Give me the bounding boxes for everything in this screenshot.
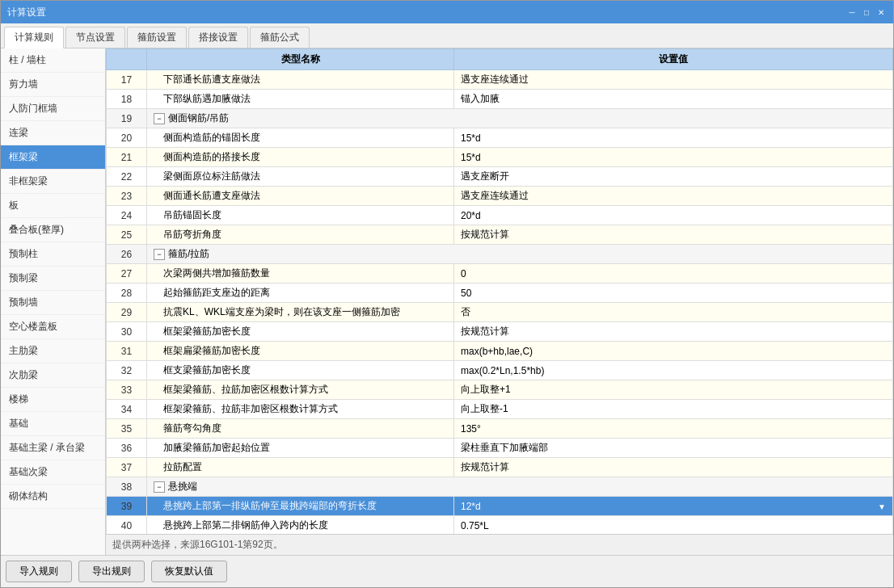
export-button[interactable]: 导出规则 bbox=[78, 561, 145, 582]
group-toggle[interactable]: － bbox=[154, 481, 165, 493]
cell-value: 梁柱垂直下加腋端部 bbox=[454, 439, 893, 458]
sidebar-item-non-frame-beam[interactable]: 非框架梁 bbox=[1, 170, 105, 194]
cell-label: 悬挑跨上部第二排钢筋伸入跨内的长度 bbox=[147, 516, 454, 535]
sidebar-item-beam[interactable]: 连梁 bbox=[1, 121, 105, 145]
table-row[interactable]: 26－箍筋/拉筋 bbox=[107, 245, 893, 264]
cell-value: 按规范计算 bbox=[454, 225, 893, 245]
table-row[interactable]: 31框架扁梁箍筋加密长度max(b+hb,lae,C) bbox=[107, 342, 893, 361]
content-area: 柱 / 墙柱 剪力墙 人防门框墙 连梁 框架梁 非框架梁 板 叠合板(整厚) 预… bbox=[1, 48, 893, 555]
cell-value: 遇支座连续通过 bbox=[454, 70, 893, 90]
cell-label: 吊筋弯折角度 bbox=[147, 225, 454, 245]
table-row[interactable]: 22梁侧面原位标注筋做法遇支座断开 bbox=[107, 167, 893, 187]
cell-label: 框架梁箍筋、拉筋加密区根数计算方式 bbox=[147, 380, 454, 400]
table-row[interactable]: 37拉筋配置按规范计算 bbox=[107, 458, 893, 477]
group-toggle[interactable]: － bbox=[154, 113, 165, 124]
settings-table: 类型名称 设置值 17下部通长筋遭支座做法遇支座连续通过18下部纵筋遇加腋做法锚… bbox=[106, 48, 893, 534]
cell-label: 拉筋配置 bbox=[147, 458, 454, 477]
sidebar-item-main-rib[interactable]: 主肋梁 bbox=[1, 339, 105, 363]
col-header-name: 类型名称 bbox=[147, 49, 454, 70]
cell-value: max(b+hb,lae,C) bbox=[454, 342, 893, 361]
table-row[interactable]: 38－悬挑端 bbox=[107, 477, 893, 497]
table-row[interactable]: 35箍筋弯勾角度135° bbox=[107, 419, 893, 439]
cell-value: 20*d bbox=[454, 206, 893, 225]
cell-value: 遇支座断开 bbox=[454, 167, 893, 187]
table-row[interactable]: 32框支梁箍筋加密长度max(0.2*Ln,1.5*hb) bbox=[107, 361, 893, 380]
col-header-value: 设置值 bbox=[454, 49, 893, 70]
table-row[interactable]: 24吊筋锚固长度20*d bbox=[107, 206, 893, 225]
table-row[interactable]: 34框架梁箍筋、拉筋非加密区根数计算方式向上取整-1 bbox=[107, 400, 893, 419]
restore-button[interactable]: 恢复默认值 bbox=[151, 561, 227, 582]
table-row[interactable]: 28起始箍筋距支座边的距离50 bbox=[107, 284, 893, 303]
cell-value: 向上取整+1 bbox=[454, 380, 893, 400]
table-row[interactable]: 17下部通长筋遭支座做法遇支座连续通过 bbox=[107, 70, 893, 90]
cell-value: max(0.2*Ln,1.5*hb) bbox=[454, 361, 893, 380]
main-panel: 类型名称 设置值 17下部通长筋遭支座做法遇支座连续通过18下部纵筋遇加腋做法锚… bbox=[106, 48, 893, 555]
tab-stirrup-settings[interactable]: 箍筋设置 bbox=[127, 27, 187, 48]
tab-calc-rules[interactable]: 计算规则 bbox=[4, 27, 64, 48]
sidebar-item-composite-slab[interactable]: 叠合板(整厚) bbox=[1, 218, 105, 242]
sidebar-item-civil-defense[interactable]: 人防门框墙 bbox=[1, 97, 105, 121]
sidebar-item-shear-wall[interactable]: 剪力墙 bbox=[1, 73, 105, 97]
sidebar-item-col-wall[interactable]: 柱 / 墙柱 bbox=[1, 48, 105, 73]
table-row[interactable]: 18下部纵筋遇加腋做法锚入加腋 bbox=[107, 90, 893, 109]
sidebar-item-sub-rib[interactable]: 次肋梁 bbox=[1, 363, 105, 388]
group-label: 侧面钢筋/吊筋 bbox=[168, 112, 229, 124]
sidebar-item-foundation-beam[interactable]: 基础主梁 / 承台梁 bbox=[1, 436, 105, 460]
sidebar-item-slab[interactable]: 板 bbox=[1, 194, 105, 218]
sidebar-item-secondary-beam[interactable]: 基础次梁 bbox=[1, 460, 105, 485]
table-row[interactable]: 23侧面通长筋遭支座做法遇支座连续通过 bbox=[107, 187, 893, 206]
maximize-button[interactable]: □ bbox=[861, 6, 872, 18]
cell-value: 0.75*L bbox=[454, 516, 893, 535]
cell-label: 侧面构造筋的搭接长度 bbox=[147, 148, 454, 167]
table-row[interactable]: 20侧面构造筋的锚固长度15*d bbox=[107, 128, 893, 148]
main-window: 计算设置 ─ □ ✕ 计算规则 节点设置 箍筋设置 搭接设置 箍筋公式 柱 / … bbox=[0, 0, 894, 588]
cell-label: 吊筋锚固长度 bbox=[147, 206, 454, 225]
cell-value: 否 bbox=[454, 303, 893, 322]
col-header-num bbox=[107, 49, 147, 70]
tab-node-settings[interactable]: 节点设置 bbox=[65, 27, 125, 48]
sidebar-item-frame-beam[interactable]: 框架梁 bbox=[1, 145, 105, 170]
group-toggle[interactable]: － bbox=[154, 249, 165, 260]
cell-label: 梁侧面原位标注筋做法 bbox=[147, 167, 454, 187]
dropdown-arrow-icon[interactable]: ▼ bbox=[878, 502, 886, 511]
sidebar-item-foundation[interactable]: 基础 bbox=[1, 412, 105, 436]
sidebar-item-hollow-slab[interactable]: 空心楼盖板 bbox=[1, 315, 105, 339]
cell-label: 侧面通长筋遭支座做法 bbox=[147, 187, 454, 206]
table-row[interactable]: 36加腋梁箍筋加密起始位置梁柱垂直下加腋端部 bbox=[107, 439, 893, 458]
table-row[interactable]: 30框架梁箍筋加密长度按规范计算 bbox=[107, 322, 893, 342]
table-row[interactable]: 40悬挑跨上部第二排钢筋伸入跨内的长度0.75*L bbox=[107, 516, 893, 535]
cell-label: 箍筋弯勾角度 bbox=[147, 419, 454, 439]
bottom-bar: 导入规则 导出规则 恢复默认值 bbox=[1, 555, 893, 587]
minimize-button[interactable]: ─ bbox=[846, 6, 858, 18]
cell-value: 15*d bbox=[454, 128, 893, 148]
table-row[interactable]: 39悬挑跨上部第一排纵筋伸至最挑跨端部的弯折长度12*d▼ bbox=[107, 497, 893, 516]
cell-label: 侧面构造筋的锚固长度 bbox=[147, 128, 454, 148]
table-container[interactable]: 类型名称 设置值 17下部通长筋遭支座做法遇支座连续通过18下部纵筋遇加腋做法锚… bbox=[106, 48, 893, 534]
cell-label: 框架扁梁箍筋加密长度 bbox=[147, 342, 454, 361]
cell-value: 按规范计算 bbox=[454, 322, 893, 342]
window-title: 计算设置 bbox=[7, 6, 846, 19]
sidebar-item-precast-wall[interactable]: 预制墙 bbox=[1, 291, 105, 315]
group-label: 悬挑端 bbox=[168, 481, 197, 492]
table-row[interactable]: 29抗震KL、WKL端支座为梁时，则在该支座一侧箍筋加密否 bbox=[107, 303, 893, 322]
cell-label: 悬挑跨上部第一排纵筋伸至最挑跨端部的弯折长度 bbox=[147, 497, 454, 516]
tab-stirrup-formula[interactable]: 箍筋公式 bbox=[250, 27, 310, 48]
table-row[interactable]: 19－侧面钢筋/吊筋 bbox=[107, 109, 893, 128]
table-row[interactable]: 25吊筋弯折角度按规范计算 bbox=[107, 225, 893, 245]
tab-lap-settings[interactable]: 搭接设置 bbox=[188, 27, 248, 48]
cell-value: 遇支座连续通过 bbox=[454, 187, 893, 206]
table-row[interactable]: 21侧面构造筋的搭接长度15*d bbox=[107, 148, 893, 167]
close-button[interactable]: ✕ bbox=[875, 6, 887, 18]
cell-label: 下部通长筋遭支座做法 bbox=[147, 70, 454, 90]
title-bar: 计算设置 ─ □ ✕ bbox=[1, 1, 893, 23]
sidebar-item-stairs[interactable]: 楼梯 bbox=[1, 388, 105, 412]
cell-label: 框支梁箍筋加密长度 bbox=[147, 361, 454, 380]
table-row[interactable]: 33框架梁箍筋、拉筋加密区根数计算方式向上取整+1 bbox=[107, 380, 893, 400]
import-button[interactable]: 导入规则 bbox=[6, 561, 72, 582]
table-row[interactable]: 27次梁两侧共增加箍筋数量0 bbox=[107, 264, 893, 284]
cell-value[interactable]: 12*d▼ bbox=[454, 497, 893, 516]
cell-value: 15*d bbox=[454, 148, 893, 167]
sidebar-item-masonry[interactable]: 砌体结构 bbox=[1, 485, 105, 509]
sidebar-item-precast-beam[interactable]: 预制梁 bbox=[1, 267, 105, 291]
sidebar-item-precast-col[interactable]: 预制柱 bbox=[1, 242, 105, 267]
